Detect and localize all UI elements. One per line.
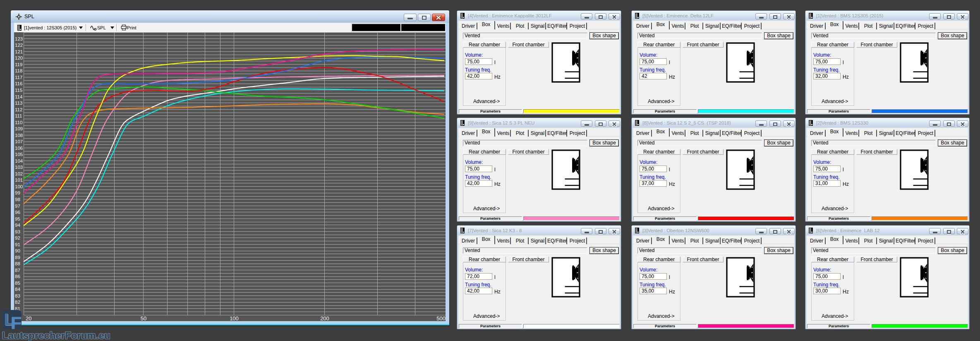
svg-text:102: 102	[15, 171, 23, 176]
svg-text:114: 114	[15, 94, 23, 99]
svg-text:118: 118	[15, 68, 22, 73]
svg-text:119: 119	[15, 62, 22, 67]
svg-text:101: 101	[15, 178, 23, 183]
svg-text:105: 105	[15, 152, 23, 157]
svg-text:110: 110	[15, 120, 22, 125]
svg-text:89: 89	[15, 255, 20, 260]
svg-text:97: 97	[15, 204, 20, 209]
svg-text:122: 122	[15, 43, 23, 48]
svg-text:117: 117	[15, 75, 22, 80]
svg-text:85: 85	[15, 281, 20, 286]
svg-text:98: 98	[15, 197, 20, 202]
svg-text:120: 120	[15, 55, 23, 60]
svg-text:90: 90	[15, 248, 20, 253]
svg-text:113: 113	[15, 101, 22, 106]
svg-text:84: 84	[15, 287, 20, 292]
svg-text:86: 86	[15, 274, 20, 279]
svg-text:100: 100	[230, 315, 239, 321]
svg-text:87: 87	[15, 268, 20, 273]
svg-text:103: 103	[15, 165, 23, 170]
svg-text:115: 115	[15, 88, 22, 93]
svg-text:108: 108	[15, 133, 23, 138]
svg-text:88: 88	[15, 261, 20, 266]
svg-text:92: 92	[15, 235, 20, 240]
svg-text:100: 100	[15, 184, 23, 189]
svg-text:106: 106	[15, 146, 23, 151]
svg-text:94: 94	[15, 223, 20, 228]
svg-text:109: 109	[15, 126, 23, 131]
svg-text:20: 20	[26, 315, 31, 321]
svg-text:107: 107	[15, 139, 23, 144]
svg-text:111: 111	[15, 113, 22, 118]
svg-text:91: 91	[15, 242, 20, 247]
svg-text:116: 116	[15, 81, 22, 86]
svg-text:500: 500	[436, 315, 446, 321]
svg-text:200: 200	[320, 315, 329, 321]
svg-text:112: 112	[15, 107, 22, 112]
svg-text:99: 99	[15, 190, 20, 195]
svg-text:93: 93	[15, 229, 20, 234]
svg-text:95: 95	[15, 216, 20, 221]
svg-text:82: 82	[15, 300, 20, 305]
svg-text:121: 121	[15, 49, 23, 54]
svg-text:83: 83	[15, 293, 20, 298]
svg-text:123: 123	[15, 36, 23, 41]
svg-text:96: 96	[15, 210, 20, 215]
svg-text:50: 50	[141, 315, 146, 321]
svg-text:104: 104	[15, 158, 23, 163]
